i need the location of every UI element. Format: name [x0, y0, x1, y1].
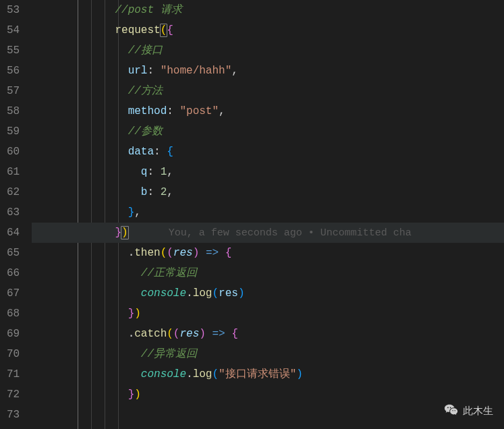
token-default: [225, 328, 232, 340]
token-prop: url: [128, 65, 148, 77]
token-bracket-p: }: [128, 389, 135, 401]
token-default: :: [147, 186, 160, 198]
token-default: :: [154, 146, 167, 158]
token-comment: //方法: [128, 85, 163, 97]
code-line[interactable]: .then((res) => {: [32, 243, 504, 263]
token-default: ,: [134, 206, 141, 219]
token-default: .: [186, 368, 193, 380]
watermark-label: 此木生: [463, 405, 493, 418]
code-line[interactable]: },: [32, 202, 504, 223]
token-bracket-y: (: [167, 328, 173, 340]
token-prop: data: [128, 146, 154, 158]
line-number: 71: [7, 364, 20, 384]
token-bracket-b: ): [238, 287, 245, 299]
token-default: [37, 45, 128, 57]
token-default: [37, 4, 115, 16]
token-num: 2: [161, 186, 167, 198]
token-default: [37, 125, 128, 138]
token-default: [37, 267, 141, 279]
code-line[interactable]: }): [32, 384, 504, 405]
code-line[interactable]: //post 请求: [32, 0, 504, 20]
token-default: [37, 227, 115, 239]
code-content[interactable]: //post 请求 request({ //接口 url: "home/hahh…: [32, 0, 504, 429]
token-default: [206, 328, 213, 340]
token-comment: //接口: [128, 45, 163, 57]
token-default: [199, 247, 206, 259]
code-line[interactable]: }): [32, 304, 504, 324]
token-default: [37, 206, 128, 219]
token-default: [37, 308, 128, 320]
token-string: "post": [179, 105, 219, 117]
line-number: 61: [7, 162, 20, 182]
token-default: .: [186, 287, 193, 299]
code-line[interactable]: //正常返回: [32, 263, 504, 283]
token-default: [37, 105, 128, 117]
token-prop: res: [219, 287, 238, 299]
token-bracket-p: }: [128, 308, 135, 320]
line-number-gutter: 5354555657585960616263646566676869707172…: [0, 0, 32, 429]
token-default: [37, 328, 128, 340]
code-line[interactable]: //接口: [32, 40, 504, 61]
token-string: "home/hahh": [161, 65, 232, 77]
token-default: [37, 24, 115, 36]
token-bracket-b: {: [167, 146, 173, 158]
wechat-icon: [444, 403, 459, 420]
line-number: 57: [7, 81, 20, 101]
line-number: 68: [7, 304, 20, 324]
code-editor[interactable]: 5354555657585960616263646566676869707172…: [0, 0, 504, 429]
token-param: res: [179, 328, 199, 340]
token-num: 1: [161, 166, 167, 178]
token-default: ,: [231, 65, 238, 77]
code-line[interactable]: //参数: [32, 121, 504, 142]
token-bracket-b: (: [212, 287, 219, 299]
line-number: 62: [7, 182, 20, 202]
token-default: :: [147, 166, 160, 178]
token-bracket-b: }: [128, 206, 135, 219]
line-number: 63: [7, 202, 20, 223]
line-number: 73: [7, 405, 20, 425]
code-line[interactable]: console.log(res): [32, 283, 504, 304]
code-line[interactable]: //方法: [32, 81, 504, 101]
line-number: 55: [7, 40, 20, 61]
line-number: 59: [7, 121, 20, 142]
code-line[interactable]: data: {: [32, 142, 504, 162]
code-line[interactable]: console.log("接口请求错误"): [32, 364, 504, 384]
line-number: 54: [7, 20, 20, 40]
code-line[interactable]: b: 2,: [32, 182, 504, 202]
token-bracket-p: ): [199, 328, 206, 340]
token-default: ,: [167, 166, 173, 178]
token-bracket-p: (: [167, 247, 173, 259]
token-string: "接口请求错误": [219, 368, 296, 380]
code-line[interactable]: q: 1,: [32, 162, 504, 182]
token-arrow: =>: [213, 328, 225, 340]
token-default: .: [128, 328, 135, 340]
token-default: [219, 247, 225, 259]
token-prop: method: [128, 105, 167, 117]
token-comment: //异常返回: [141, 348, 197, 360]
token-param: res: [173, 247, 193, 259]
code-line[interactable]: request({: [32, 20, 504, 40]
line-number: 67: [7, 283, 20, 304]
token-default: ,: [167, 186, 173, 198]
token-bracket-p: ): [193, 247, 200, 259]
line-number: 70: [7, 344, 20, 364]
token-default: [37, 348, 141, 360]
token-default: [37, 166, 141, 178]
line-number: 64: [7, 223, 20, 243]
code-line[interactable]: .catch((res) => {: [32, 324, 504, 344]
token-bracket-y: ): [134, 308, 141, 320]
code-line[interactable]: [32, 405, 504, 425]
line-number: 65: [7, 243, 20, 263]
code-line[interactable]: //异常返回: [32, 344, 504, 364]
token-bracket-y: ): [121, 226, 129, 239]
token-default: [37, 368, 141, 380]
token-default: [37, 186, 141, 198]
code-line[interactable]: method: "post",: [32, 101, 504, 121]
token-default: :: [147, 65, 160, 77]
line-number: 66: [7, 263, 20, 283]
token-func: log: [193, 368, 213, 380]
token-func: request: [115, 24, 160, 36]
code-line[interactable]: })You, a few seconds ago • Uncommitted c…: [32, 223, 504, 243]
token-default: ,: [219, 105, 225, 117]
code-line[interactable]: url: "home/hahh",: [32, 61, 504, 81]
